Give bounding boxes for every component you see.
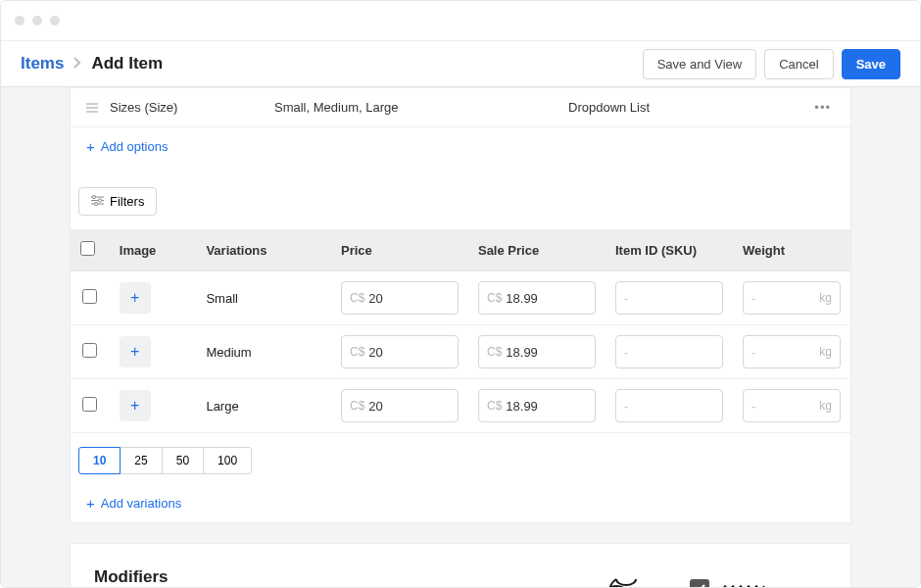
page-size-selector: 102550100 (71, 433, 850, 484)
more-actions-icon[interactable]: ••• (814, 100, 835, 115)
option-row: Sizes (Size) Small, Medium, Large Dropdo… (71, 88, 850, 127)
add-variations-label: Add variations (101, 496, 181, 511)
col-sale-price: Sale Price (468, 229, 606, 271)
drag-handle-icon[interactable] (86, 103, 98, 113)
row-checkbox[interactable] (82, 289, 97, 304)
filters-button[interactable]: Filters (78, 187, 157, 216)
add-options-link[interactable]: + Add options (71, 127, 850, 166)
variation-name: Large (196, 379, 331, 433)
weight-input[interactable] (751, 345, 819, 360)
add-image-button[interactable]: + (120, 282, 151, 314)
col-sku: Item ID (SKU) (606, 229, 733, 271)
table-row: +SmallC$C$kg (71, 271, 850, 325)
sale-price-input[interactable] (506, 291, 587, 306)
col-variations: Variations (196, 229, 331, 271)
svg-point-0 (92, 195, 95, 198)
currency-prefix: C$ (350, 399, 364, 413)
svg-point-2 (94, 202, 97, 205)
breadcrumb-current: Add Item (91, 54, 163, 74)
select-all-checkbox[interactable] (80, 241, 95, 256)
table-row: +LargeC$C$kg (71, 379, 850, 433)
filters-label: Filters (110, 194, 144, 209)
window-min-dot (32, 16, 42, 25)
modifiers-panel: Modifiers Allow your shoppers to customi… (70, 543, 851, 587)
zigzag-icon (721, 584, 768, 587)
plus-icon: + (86, 496, 95, 511)
table-row: +MediumC$C$kg (71, 325, 850, 379)
sale-price-input[interactable] (506, 399, 587, 414)
sku-input[interactable] (624, 399, 714, 414)
sku-input[interactable] (624, 291, 714, 306)
add-image-button[interactable]: + (120, 336, 151, 368)
plus-icon: + (86, 139, 95, 154)
currency-prefix: C$ (350, 291, 364, 305)
tshirt-icon (572, 573, 660, 587)
sku-input[interactable] (624, 345, 714, 360)
col-image: Image (110, 229, 197, 271)
page-header: Items Add Item Save and View Cancel Save (1, 40, 920, 87)
weight-unit: kg (819, 399, 832, 413)
sale-price-input[interactable] (506, 345, 587, 360)
svg-point-1 (98, 199, 101, 202)
weight-unit: kg (819, 345, 832, 359)
col-price: Price (331, 229, 468, 271)
variations-table: Image Variations Price Sale Price Item I… (71, 229, 850, 433)
sliders-icon (91, 194, 104, 209)
chevron-right-icon (73, 56, 81, 72)
variations-panel: Sizes (Size) Small, Medium, Large Dropdo… (70, 87, 851, 523)
modifier-option-1 (690, 579, 768, 587)
plus-icon: + (130, 397, 139, 415)
save-and-view-button[interactable]: Save and View (643, 49, 757, 79)
save-button[interactable]: Save (842, 49, 900, 79)
variation-name: Medium (196, 325, 331, 379)
add-options-label: Add options (101, 139, 169, 154)
checkbox-checked-icon (690, 579, 709, 587)
weight-input[interactable] (751, 399, 819, 414)
currency-prefix: C$ (487, 345, 502, 359)
currency-prefix: C$ (487, 291, 502, 305)
window-close-dot (15, 16, 24, 25)
price-input[interactable] (368, 399, 450, 414)
price-input[interactable] (368, 291, 450, 306)
variation-name: Small (196, 271, 331, 325)
modifiers-title: Modifiers (94, 567, 543, 587)
currency-prefix: C$ (350, 345, 364, 359)
option-values: Small, Medium, Large (274, 100, 568, 115)
breadcrumb: Items Add Item (21, 54, 163, 74)
col-weight: Weight (733, 229, 850, 271)
window-max-dot (50, 16, 60, 25)
breadcrumb-items-link[interactable]: Items (21, 54, 64, 74)
plus-icon: + (130, 289, 139, 307)
row-checkbox[interactable] (82, 397, 97, 412)
cancel-button[interactable]: Cancel (764, 49, 833, 79)
page-size-10[interactable]: 10 (78, 447, 121, 474)
row-checkbox[interactable] (82, 343, 97, 358)
currency-prefix: C$ (487, 399, 502, 413)
option-name: Sizes (Size) (98, 100, 274, 115)
browser-titlebar (1, 1, 920, 40)
page-size-50[interactable]: 50 (162, 447, 204, 474)
modifiers-illustration (572, 567, 827, 587)
add-variations-link[interactable]: + Add variations (71, 484, 850, 522)
weight-input[interactable] (751, 291, 819, 306)
option-type: Dropdown List (568, 100, 754, 115)
page-size-100[interactable]: 100 (203, 447, 252, 474)
plus-icon: + (130, 343, 139, 361)
price-input[interactable] (368, 345, 450, 360)
add-image-button[interactable]: + (120, 390, 151, 421)
weight-unit: kg (819, 291, 832, 305)
page-size-25[interactable]: 25 (120, 447, 162, 474)
